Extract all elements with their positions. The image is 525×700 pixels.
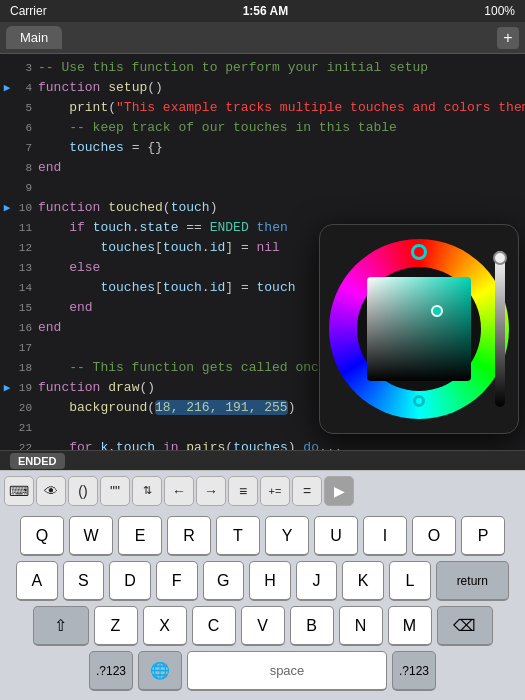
toolbar-plus-eq-btn[interactable]: += bbox=[260, 476, 290, 506]
key-r[interactable]: R bbox=[167, 516, 211, 556]
line-8: 8 end bbox=[0, 158, 525, 178]
key-d[interactable]: D bbox=[109, 561, 151, 601]
key-l[interactable]: L bbox=[389, 561, 431, 601]
key-return[interactable]: return bbox=[436, 561, 509, 601]
line-7: 7 touches = {} bbox=[0, 138, 525, 158]
carrier-label: Carrier bbox=[10, 4, 47, 18]
add-tab-button[interactable]: + bbox=[497, 27, 519, 49]
line-6: 6 -- keep track of our touches in this t… bbox=[0, 118, 525, 138]
line-9: 9 bbox=[0, 178, 525, 198]
key-i[interactable]: I bbox=[363, 516, 407, 556]
key-x[interactable]: X bbox=[143, 606, 187, 646]
key-c[interactable]: C bbox=[192, 606, 236, 646]
line-5-arrow bbox=[0, 98, 14, 99]
key-g[interactable]: G bbox=[203, 561, 245, 601]
key-backspace[interactable]: ⌫ bbox=[437, 606, 493, 646]
main-tab[interactable]: Main bbox=[6, 26, 62, 49]
brightness-handle[interactable] bbox=[493, 251, 507, 265]
key-t[interactable]: T bbox=[216, 516, 260, 556]
keyboard-row-3: ⇧ Z X C V B N M ⌫ bbox=[4, 606, 521, 646]
toolbar-sort-btn[interactable]: ⇅ bbox=[132, 476, 162, 506]
key-s[interactable]: S bbox=[63, 561, 105, 601]
key-z[interactable]: Z bbox=[94, 606, 138, 646]
key-j[interactable]: J bbox=[296, 561, 338, 601]
brightness-slider[interactable] bbox=[495, 251, 505, 407]
wheel-indicator-bottom[interactable] bbox=[413, 395, 425, 407]
toolbar-run-btn[interactable]: ▶ bbox=[324, 476, 354, 506]
line-3: 3 -- Use this function to perform your i… bbox=[0, 58, 525, 78]
toolbar-list-btn[interactable]: ≡ bbox=[228, 476, 258, 506]
key-space[interactable]: space bbox=[187, 651, 387, 691]
wheel-indicator-top[interactable] bbox=[411, 244, 427, 260]
key-m[interactable]: M bbox=[388, 606, 432, 646]
toolbar-right-btn[interactable]: → bbox=[196, 476, 226, 506]
time-label: 1:56 AM bbox=[243, 4, 289, 18]
key-y[interactable]: Y bbox=[265, 516, 309, 556]
keyboard-row-2: A S D F G H J K L return bbox=[4, 561, 521, 601]
key-num-right[interactable]: .?123 bbox=[392, 651, 436, 691]
key-k[interactable]: K bbox=[342, 561, 384, 601]
code-editor[interactable]: 3 -- Use this function to perform your i… bbox=[0, 54, 525, 450]
toolbar-keyboard-btn[interactable]: ⌨ bbox=[4, 476, 34, 506]
tab-bar: Main + bbox=[0, 22, 525, 54]
line-22: 22 for k,touch in pairs(touches) do... bbox=[0, 438, 525, 450]
ended-badge: ENDED bbox=[10, 453, 65, 469]
toolbar-eq-btn[interactable]: = bbox=[292, 476, 322, 506]
toolbar-eye-btn[interactable]: 👁 bbox=[36, 476, 66, 506]
key-n[interactable]: N bbox=[339, 606, 383, 646]
status-bar: Carrier 1:56 AM 100% bbox=[0, 0, 525, 22]
toolbar-quotes-btn[interactable]: "" bbox=[100, 476, 130, 506]
toolbar-parens-btn[interactable]: () bbox=[68, 476, 98, 506]
ended-row: ENDED bbox=[0, 450, 525, 470]
line-4: ▶ 4 function setup() bbox=[0, 78, 525, 98]
key-o[interactable]: O bbox=[412, 516, 456, 556]
key-h[interactable]: H bbox=[249, 561, 291, 601]
color-picker[interactable] bbox=[319, 224, 519, 434]
toolbar-left-btn[interactable]: ← bbox=[164, 476, 194, 506]
keyboard-row-4: .?123 🌐 space .?123 bbox=[4, 651, 521, 691]
key-u[interactable]: U bbox=[314, 516, 358, 556]
key-f[interactable]: F bbox=[156, 561, 198, 601]
key-w[interactable]: W bbox=[69, 516, 113, 556]
keyboard-row-1: Q W E R T Y U I O P bbox=[4, 516, 521, 556]
key-p[interactable]: P bbox=[461, 516, 505, 556]
line-3-arrow bbox=[0, 58, 14, 59]
key-num-left[interactable]: .?123 bbox=[89, 651, 133, 691]
line-5: 5 print("This example tracks multiple to… bbox=[0, 98, 525, 118]
color-square-indicator[interactable] bbox=[431, 305, 443, 317]
key-b[interactable]: B bbox=[290, 606, 334, 646]
key-e[interactable]: E bbox=[118, 516, 162, 556]
key-emoji[interactable]: 🌐 bbox=[138, 651, 182, 691]
line-10: ▶ 10 function touched(touch) bbox=[0, 198, 525, 218]
color-square[interactable] bbox=[367, 277, 471, 381]
battery-label: 100% bbox=[484, 4, 515, 18]
key-q[interactable]: Q bbox=[20, 516, 64, 556]
toolbar: ⌨ 👁 () "" ⇅ ← → ≡ += = ▶ bbox=[0, 470, 525, 510]
keyboard: Q W E R T Y U I O P A S D F G H J K L re… bbox=[0, 510, 525, 700]
key-a[interactable]: A bbox=[16, 561, 58, 601]
color-wheel-container[interactable] bbox=[329, 239, 509, 419]
key-shift[interactable]: ⇧ bbox=[33, 606, 89, 646]
key-v[interactable]: V bbox=[241, 606, 285, 646]
line-4-arrow: ▶ bbox=[0, 78, 14, 98]
